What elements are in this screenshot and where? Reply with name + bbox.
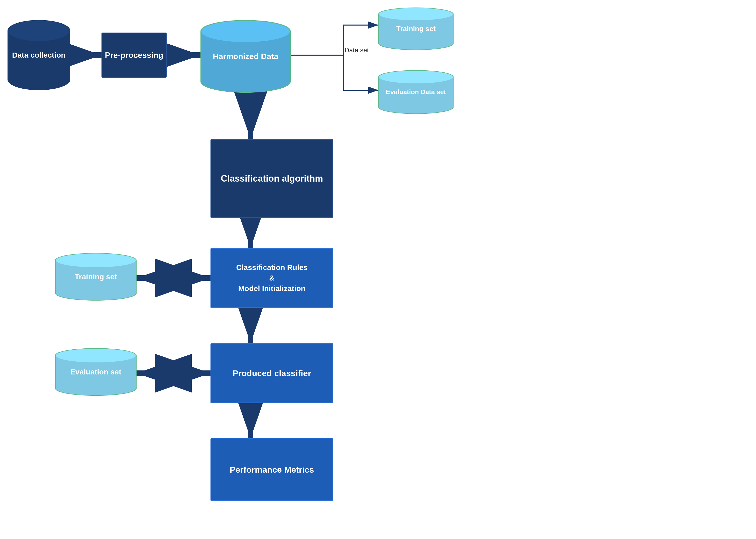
training-set-top-cylinder: Training set	[378, 8, 454, 50]
evaluation-set-left-cylinder: Evaluation set	[55, 348, 136, 396]
classification-rules-box: Classification Rules & Model Initializat…	[210, 248, 333, 308]
dataset-label: Data set	[345, 46, 369, 54]
harmonized-data-cylinder: Harmonized Data	[201, 20, 291, 93]
training-set-left-cylinder: Training set	[55, 253, 136, 301]
diagram-container: Data collection Pre-processing Harmonize…	[0, 0, 756, 539]
evaluation-data-set-cylinder: Evaluation Data set	[378, 70, 454, 114]
classification-algorithm-box: Classification algorithm	[210, 139, 333, 218]
pre-processing-box: Pre-processing	[102, 33, 167, 78]
produced-classifier-box: Produced classifier	[210, 343, 333, 403]
classification-rules-text: Classification Rules & Model Initializat…	[236, 262, 307, 294]
data-collection-cylinder: Data collection	[8, 20, 70, 90]
performance-metrics-box: Performance Metrics	[210, 438, 333, 501]
